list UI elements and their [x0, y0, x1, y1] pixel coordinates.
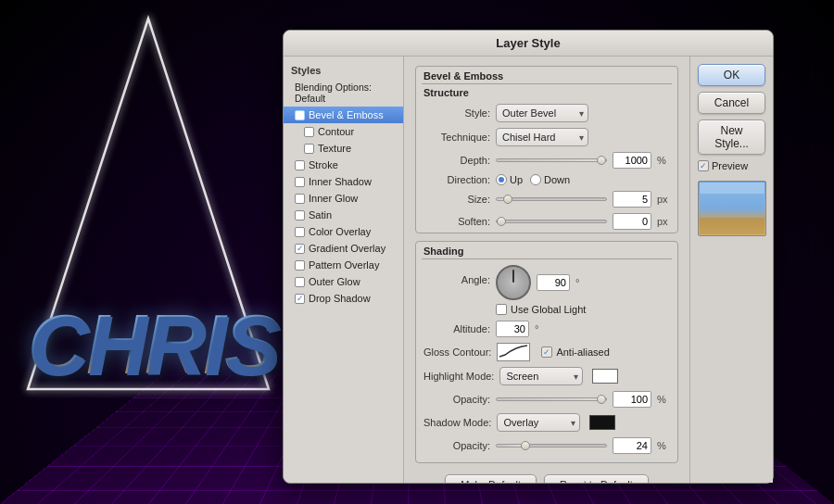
buttons-panel: OK Cancel New Style... Preview: [689, 57, 773, 483]
soften-input[interactable]: [613, 213, 651, 230]
cancel-button[interactable]: Cancel: [698, 92, 765, 114]
main-content: Bevel & Emboss Structure Style: Outer Be…: [404, 57, 689, 483]
direction-down-dot[interactable]: [530, 174, 541, 185]
pattern-overlay-checkbox[interactable]: [295, 260, 305, 271]
use-global-light-row[interactable]: Use Global Light: [496, 304, 587, 315]
bevel-emboss-section-title: Bevel & Emboss: [416, 67, 677, 83]
sidebar-item-drop-shadow[interactable]: Drop Shadow: [284, 290, 403, 307]
reset-default-button[interactable]: Reset to Default: [544, 474, 649, 483]
anti-aliased-row[interactable]: Anti-aliased: [541, 346, 609, 358]
sidebar-item-blending-options[interactable]: Blending Options: Default: [284, 79, 403, 107]
highlight-opacity-slider[interactable]: [496, 397, 607, 401]
sidebar-item-gradient-overlay[interactable]: Gradient Overlay: [284, 240, 403, 257]
size-slider-thumb[interactable]: [503, 195, 512, 204]
soften-slider[interactable]: [496, 220, 607, 223]
inner-glow-checkbox[interactable]: [295, 194, 305, 204]
dialog-titlebar: Layer Style: [284, 31, 773, 57]
angle-unit: °: [575, 277, 587, 288]
shading-section-title: Shading: [416, 242, 677, 258]
direction-up-radio[interactable]: Up: [496, 174, 523, 185]
soften-unit: px: [657, 216, 668, 227]
gloss-contour-thumb[interactable]: [497, 343, 530, 361]
highlight-mode-row: Highlight Mode: Screen: [416, 364, 677, 388]
shadow-color-swatch[interactable]: [589, 415, 615, 430]
stroke-checkbox[interactable]: [295, 160, 305, 170]
depth-slider-thumb[interactable]: [597, 156, 606, 165]
use-global-light-checkbox[interactable]: [496, 304, 507, 315]
texture-label: Texture: [318, 143, 351, 154]
soften-label: Soften:: [423, 216, 490, 227]
highlight-color-swatch[interactable]: [592, 369, 618, 384]
shadow-opacity-thumb[interactable]: [521, 441, 530, 450]
sidebar-item-inner-glow[interactable]: Inner Glow: [284, 190, 403, 207]
drop-shadow-checkbox[interactable]: [295, 294, 305, 304]
angle-input[interactable]: [537, 274, 570, 291]
direction-up-dot[interactable]: [496, 174, 507, 185]
highlight-mode-value: Screen: [506, 371, 538, 382]
shadow-opacity-slider[interactable]: [496, 444, 607, 447]
direction-down-radio[interactable]: Down: [530, 174, 570, 185]
highlight-mode-select[interactable]: Screen: [499, 367, 583, 385]
sidebar-item-pattern-overlay[interactable]: Pattern Overlay: [284, 257, 403, 273]
size-unit: px: [657, 194, 668, 205]
inner-shadow-checkbox[interactable]: [295, 177, 305, 187]
shadow-opacity-row: Opacity: %: [416, 435, 677, 457]
sidebar-item-color-overlay[interactable]: Color Overlay: [284, 223, 403, 240]
style-select[interactable]: Outer Bevel: [496, 104, 588, 122]
contour-label: Contour: [318, 126, 354, 137]
contour-checkbox[interactable]: [304, 127, 314, 137]
depth-slider[interactable]: [496, 158, 607, 162]
color-overlay-label: Color Overlay: [309, 226, 371, 237]
shadow-opacity-input[interactable]: [613, 437, 651, 454]
sidebar-item-contour[interactable]: Contour: [284, 123, 403, 140]
gradient-overlay-label: Gradient Overlay: [309, 243, 385, 254]
gradient-overlay-checkbox[interactable]: [295, 244, 305, 254]
bevel-emboss-checkbox[interactable]: [295, 110, 305, 120]
sidebar-item-texture[interactable]: Texture: [284, 140, 403, 157]
structure-subtitle: Structure: [416, 84, 677, 101]
sidebar: Styles Blending Options: Default Bevel &…: [284, 57, 404, 483]
shading-section: Shading Angle: °: [415, 241, 678, 463]
chris-text: CHRIS: [28, 297, 278, 393]
color-overlay-checkbox[interactable]: [295, 227, 305, 237]
sidebar-item-inner-shadow[interactable]: Inner Shadow: [284, 173, 403, 190]
angle-row: Angle: ° Use Global Lig: [416, 259, 677, 318]
depth-label: Depth:: [423, 155, 490, 166]
make-default-button[interactable]: Make Default: [445, 474, 537, 483]
angle-dial[interactable]: [496, 265, 531, 300]
technique-label: Technique:: [423, 132, 490, 143]
size-slider[interactable]: [496, 197, 607, 201]
highlight-opacity-input[interactable]: [613, 391, 651, 408]
angle-label: Angle:: [423, 265, 490, 285]
altitude-row: Altitude: °: [416, 318, 677, 340]
highlight-opacity-row: Opacity: %: [416, 388, 677, 410]
altitude-unit: °: [535, 323, 546, 334]
sidebar-item-stroke[interactable]: Stroke: [284, 157, 403, 173]
outer-glow-checkbox[interactable]: [295, 277, 305, 287]
pattern-overlay-label: Pattern Overlay: [309, 259, 379, 271]
svg-rect-3: [700, 218, 764, 234]
altitude-input[interactable]: [496, 321, 529, 337]
anti-aliased-checkbox[interactable]: [541, 346, 552, 358]
new-style-button[interactable]: New Style...: [698, 120, 765, 155]
technique-select[interactable]: Chisel Hard: [496, 128, 588, 146]
satin-checkbox[interactable]: [295, 210, 305, 220]
preview-row: Preview: [698, 160, 765, 171]
preview-checkbox[interactable]: [698, 160, 709, 171]
sidebar-item-outer-glow[interactable]: Outer Glow: [284, 273, 403, 290]
preview-thumbnail: [698, 181, 766, 236]
shadow-mode-value: Overlay: [503, 417, 538, 428]
style-select-value: Outer Bevel: [502, 107, 556, 119]
angle-line: [512, 270, 514, 283]
outer-glow-label: Outer Glow: [309, 276, 360, 287]
sidebar-item-bevel-emboss[interactable]: Bevel & Emboss: [284, 107, 403, 123]
size-input[interactable]: [613, 191, 651, 208]
highlight-opacity-thumb[interactable]: [597, 395, 606, 404]
texture-checkbox[interactable]: [304, 144, 314, 154]
soften-slider-thumb[interactable]: [497, 217, 506, 226]
dialog-title: Layer Style: [496, 36, 560, 50]
ok-button[interactable]: OK: [698, 64, 765, 86]
shadow-mode-select[interactable]: Overlay: [497, 413, 580, 432]
depth-input[interactable]: [613, 152, 651, 169]
sidebar-item-satin[interactable]: Satin: [284, 207, 403, 223]
